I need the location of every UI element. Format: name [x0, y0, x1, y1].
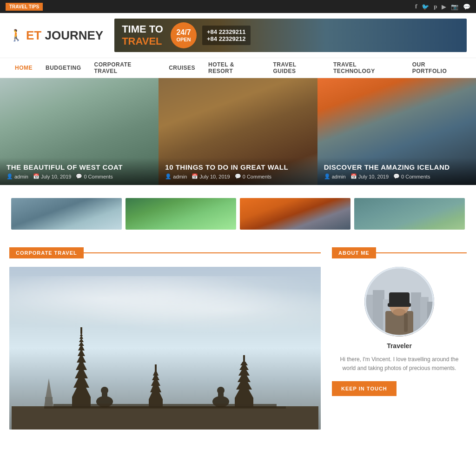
- temple-svg: [9, 267, 321, 430]
- svg-rect-22: [155, 364, 157, 371]
- hero-title-2: 10 THINGS TO DO IN GREAT WALL: [165, 163, 311, 171]
- svg-point-51: [393, 309, 406, 316]
- hero-date-3: 📅 July 10, 2019: [350, 173, 389, 179]
- nav-hotel-resort[interactable]: HOTEL & RESORT: [203, 58, 265, 78]
- hero-section: THE BEAUTIFUL OF WEST COAT 👤 admin 📅 Jul…: [0, 78, 476, 185]
- svg-rect-52: [404, 313, 408, 332]
- svg-point-33: [101, 387, 108, 394]
- svg-marker-29: [240, 362, 248, 365]
- svg-rect-38: [44, 406, 286, 409]
- avatar-container: [332, 267, 467, 337]
- nav-corporate-travel[interactable]: CORPORATE TRAVEL: [89, 58, 162, 78]
- svg-marker-12: [79, 339, 84, 342]
- hero-overlay-3: DISCOVER THE AMAZING ICELAND 👤 admin 📅 J…: [317, 158, 476, 185]
- banner-phone: +84 22329211 +84 22329212: [202, 26, 251, 45]
- hero-overlay-1: THE BEAUTIFUL OF WEST COAT 👤 admin 📅 Jul…: [0, 158, 159, 185]
- hero-comments-1: 💬 0 Comments: [76, 173, 112, 179]
- banner: TIME TO TRAVEL 24/7 OPEN +84 22329211 +8…: [114, 19, 467, 52]
- about-line: [376, 252, 467, 253]
- thumbnail-strip: [9, 198, 467, 230]
- hero-meta-1: 👤 admin 📅 July 10, 2019 💬 0 Comments: [7, 173, 152, 179]
- facebook-icon[interactable]: 𝐟: [415, 3, 417, 10]
- skype-icon[interactable]: 💬: [463, 3, 470, 10]
- twitter-icon[interactable]: 🐦: [422, 3, 429, 10]
- hero-author-2: 👤 admin: [165, 173, 187, 179]
- hero-item-1[interactable]: THE BEAUTIFUL OF WEST COAT 👤 admin 📅 Jul…: [0, 78, 159, 185]
- svg-marker-20: [152, 376, 159, 380]
- hero-title-3: DISCOVER THE AMAZING ICELAND: [324, 163, 469, 171]
- banner-open-badge: 24/7 OPEN: [171, 22, 197, 48]
- nav-travel-technology[interactable]: TRAVEL TECHNOLOGY: [328, 58, 405, 78]
- logo-icon: 🚶: [9, 29, 23, 42]
- youtube-icon[interactable]: ▶: [442, 3, 446, 10]
- svg-marker-24: [235, 390, 253, 398]
- hero-overlay-2: 10 THINGS TO DO IN GREAT WALL 👤 admin 📅 …: [159, 158, 317, 185]
- corporate-travel-label: CORPORATE TRAVEL: [9, 247, 84, 258]
- thumb-4[interactable]: [354, 198, 465, 230]
- svg-marker-21: [153, 371, 159, 376]
- hero-comments-2: 💬 0 Comments: [235, 173, 271, 179]
- svg-marker-25: [236, 382, 252, 390]
- svg-marker-13: [79, 336, 83, 339]
- avatar-svg: [364, 267, 434, 337]
- svg-marker-14: [80, 334, 83, 336]
- svg-rect-42: [373, 290, 384, 337]
- svg-marker-5: [73, 378, 89, 388]
- nav-travel-guides[interactable]: TRAVEL GUIDES: [267, 58, 326, 78]
- svg-marker-18: [150, 386, 161, 392]
- hero-title-1: THE BEAUTIFUL OF WEST COAT: [7, 163, 152, 171]
- featured-image[interactable]: [9, 267, 321, 430]
- instagram-icon[interactable]: 📷: [451, 3, 458, 10]
- nav-home[interactable]: HOME: [9, 58, 38, 78]
- about-bio: Hi there, I'm Vincent. I love travelling…: [332, 355, 467, 373]
- thumb-bg-1: [11, 198, 122, 230]
- header: 🚶 ET JOURNEY TIME TO TRAVEL 24/7 OPEN +8…: [0, 13, 476, 58]
- pinterest-icon[interactable]: 𝐩: [434, 3, 437, 10]
- hero-item-3[interactable]: DISCOVER THE AMAZING ICELAND 👤 admin 📅 J…: [317, 78, 476, 185]
- keep-in-touch-button[interactable]: KEEP IN TOUCH: [332, 381, 397, 396]
- svg-marker-19: [151, 380, 160, 386]
- hero-author-3: 👤 admin: [324, 173, 346, 179]
- about-me-label: ABOUT ME: [332, 247, 376, 258]
- svg-marker-28: [239, 365, 249, 370]
- hero-date-2: 📅 July 10, 2019: [192, 173, 230, 179]
- thumb-3[interactable]: [240, 198, 350, 230]
- logo[interactable]: 🚶 ET JOURNEY: [9, 28, 103, 43]
- thumb-bg-4: [354, 198, 465, 230]
- hero-item-2[interactable]: 10 THINGS TO DO IN GREAT WALL 👤 admin 📅 …: [159, 78, 317, 185]
- thumb-1[interactable]: [11, 198, 122, 230]
- main-content: CORPORATE TRAVEL: [0, 243, 476, 439]
- svg-marker-6: [75, 370, 88, 378]
- traveler-name: Traveler: [332, 342, 467, 350]
- svg-rect-50: [388, 303, 411, 307]
- svg-marker-17: [149, 392, 163, 399]
- hero-author-1: 👤 admin: [7, 173, 28, 179]
- banner-text: TIME TO TRAVEL: [122, 23, 163, 47]
- content-right: ABOUT ME: [332, 247, 467, 430]
- svg-marker-9: [78, 350, 85, 356]
- top-bar-tag: TRAVEL TIPS: [6, 3, 43, 11]
- svg-rect-0: [12, 406, 318, 430]
- hero-comments-3: 💬 0 Comments: [393, 173, 430, 179]
- svg-marker-8: [77, 356, 86, 363]
- svg-rect-30: [243, 355, 245, 362]
- social-icons: 𝐟 🐦 𝐩 ▶ 📷 💬: [415, 3, 470, 10]
- avatar: [364, 267, 434, 337]
- nav-cruises[interactable]: CRUISES: [163, 58, 201, 78]
- top-bar: TRAVEL TIPS 𝐟 🐦 𝐩 ▶ 📷 💬: [0, 0, 476, 13]
- svg-point-36: [217, 387, 225, 394]
- logo-text: ET JOURNEY: [26, 28, 103, 43]
- svg-marker-7: [76, 363, 87, 370]
- svg-rect-15: [80, 327, 82, 334]
- hero-meta-2: 👤 admin 📅 July 10, 2019 💬 0 Comments: [165, 173, 311, 179]
- nav-budgeting[interactable]: BUDGETING: [40, 58, 87, 78]
- hero-date-1: 📅 July 10, 2019: [33, 173, 71, 179]
- nav-our-portfolio[interactable]: OUR PORTFOLIO: [407, 58, 467, 78]
- main-nav: HOME BUDGETING CORPORATE TRAVEL CRUISES …: [0, 58, 476, 78]
- about-me-header: ABOUT ME: [332, 247, 467, 258]
- svg-marker-11: [79, 342, 84, 346]
- svg-marker-4: [72, 388, 91, 397]
- thumb-2[interactable]: [126, 198, 236, 230]
- corporate-travel-line: [84, 252, 321, 253]
- corporate-travel-header: CORPORATE TRAVEL: [9, 247, 321, 258]
